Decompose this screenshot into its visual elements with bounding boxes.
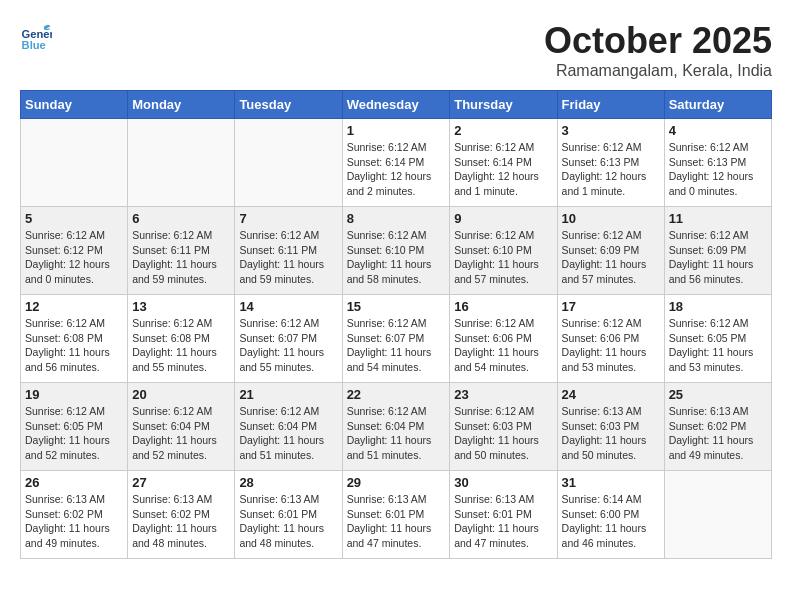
day-info: Sunrise: 6:13 AM Sunset: 6:01 PM Dayligh… xyxy=(347,492,446,551)
calendar-day-cell: 16Sunrise: 6:12 AM Sunset: 6:06 PM Dayli… xyxy=(450,295,557,383)
title-section: October 2025 Ramamangalam, Kerala, India xyxy=(544,20,772,80)
calendar-day-cell: 3Sunrise: 6:12 AM Sunset: 6:13 PM Daylig… xyxy=(557,119,664,207)
day-number: 17 xyxy=(562,299,660,314)
calendar-day-cell: 20Sunrise: 6:12 AM Sunset: 6:04 PM Dayli… xyxy=(128,383,235,471)
calendar-day-cell: 28Sunrise: 6:13 AM Sunset: 6:01 PM Dayli… xyxy=(235,471,342,559)
calendar-day-cell: 5Sunrise: 6:12 AM Sunset: 6:12 PM Daylig… xyxy=(21,207,128,295)
calendar-day-cell: 9Sunrise: 6:12 AM Sunset: 6:10 PM Daylig… xyxy=(450,207,557,295)
day-info: Sunrise: 6:12 AM Sunset: 6:14 PM Dayligh… xyxy=(454,140,552,199)
day-info: Sunrise: 6:12 AM Sunset: 6:07 PM Dayligh… xyxy=(239,316,337,375)
calendar-day-cell: 26Sunrise: 6:13 AM Sunset: 6:02 PM Dayli… xyxy=(21,471,128,559)
logo: General Blue xyxy=(20,20,52,52)
day-info: Sunrise: 6:12 AM Sunset: 6:04 PM Dayligh… xyxy=(132,404,230,463)
calendar-week-row: 19Sunrise: 6:12 AM Sunset: 6:05 PM Dayli… xyxy=(21,383,772,471)
day-info: Sunrise: 6:12 AM Sunset: 6:08 PM Dayligh… xyxy=(132,316,230,375)
month-title: October 2025 xyxy=(544,20,772,62)
day-info: Sunrise: 6:13 AM Sunset: 6:02 PM Dayligh… xyxy=(25,492,123,551)
day-info: Sunrise: 6:12 AM Sunset: 6:05 PM Dayligh… xyxy=(669,316,767,375)
calendar-day-cell: 19Sunrise: 6:12 AM Sunset: 6:05 PM Dayli… xyxy=(21,383,128,471)
day-number: 23 xyxy=(454,387,552,402)
logo-icon: General Blue xyxy=(20,20,52,52)
day-number: 16 xyxy=(454,299,552,314)
svg-text:Blue: Blue xyxy=(22,39,46,51)
day-number: 4 xyxy=(669,123,767,138)
calendar-week-row: 12Sunrise: 6:12 AM Sunset: 6:08 PM Dayli… xyxy=(21,295,772,383)
calendar-day-cell: 24Sunrise: 6:13 AM Sunset: 6:03 PM Dayli… xyxy=(557,383,664,471)
weekday-header: Thursday xyxy=(450,91,557,119)
day-info: Sunrise: 6:13 AM Sunset: 6:01 PM Dayligh… xyxy=(454,492,552,551)
day-number: 14 xyxy=(239,299,337,314)
calendar-day-cell: 2Sunrise: 6:12 AM Sunset: 6:14 PM Daylig… xyxy=(450,119,557,207)
weekday-header: Wednesday xyxy=(342,91,450,119)
calendar-day-cell: 14Sunrise: 6:12 AM Sunset: 6:07 PM Dayli… xyxy=(235,295,342,383)
day-number: 22 xyxy=(347,387,446,402)
calendar-week-row: 5Sunrise: 6:12 AM Sunset: 6:12 PM Daylig… xyxy=(21,207,772,295)
day-info: Sunrise: 6:12 AM Sunset: 6:08 PM Dayligh… xyxy=(25,316,123,375)
day-info: Sunrise: 6:12 AM Sunset: 6:14 PM Dayligh… xyxy=(347,140,446,199)
day-number: 27 xyxy=(132,475,230,490)
calendar-day-cell: 30Sunrise: 6:13 AM Sunset: 6:01 PM Dayli… xyxy=(450,471,557,559)
day-info: Sunrise: 6:13 AM Sunset: 6:02 PM Dayligh… xyxy=(132,492,230,551)
day-number: 9 xyxy=(454,211,552,226)
calendar-day-cell: 23Sunrise: 6:12 AM Sunset: 6:03 PM Dayli… xyxy=(450,383,557,471)
day-info: Sunrise: 6:12 AM Sunset: 6:05 PM Dayligh… xyxy=(25,404,123,463)
day-number: 18 xyxy=(669,299,767,314)
day-info: Sunrise: 6:12 AM Sunset: 6:10 PM Dayligh… xyxy=(347,228,446,287)
day-number: 7 xyxy=(239,211,337,226)
day-number: 8 xyxy=(347,211,446,226)
day-info: Sunrise: 6:13 AM Sunset: 6:03 PM Dayligh… xyxy=(562,404,660,463)
day-info: Sunrise: 6:12 AM Sunset: 6:04 PM Dayligh… xyxy=(239,404,337,463)
weekday-header: Monday xyxy=(128,91,235,119)
calendar-day-cell: 11Sunrise: 6:12 AM Sunset: 6:09 PM Dayli… xyxy=(664,207,771,295)
calendar-week-row: 1Sunrise: 6:12 AM Sunset: 6:14 PM Daylig… xyxy=(21,119,772,207)
calendar-day-cell xyxy=(128,119,235,207)
page-header: General Blue October 2025 Ramamangalam, … xyxy=(20,20,772,80)
calendar-day-cell: 22Sunrise: 6:12 AM Sunset: 6:04 PM Dayli… xyxy=(342,383,450,471)
weekday-header: Tuesday xyxy=(235,91,342,119)
day-info: Sunrise: 6:12 AM Sunset: 6:11 PM Dayligh… xyxy=(132,228,230,287)
calendar-day-cell: 31Sunrise: 6:14 AM Sunset: 6:00 PM Dayli… xyxy=(557,471,664,559)
calendar-day-cell: 29Sunrise: 6:13 AM Sunset: 6:01 PM Dayli… xyxy=(342,471,450,559)
day-number: 21 xyxy=(239,387,337,402)
calendar-day-cell: 1Sunrise: 6:12 AM Sunset: 6:14 PM Daylig… xyxy=(342,119,450,207)
day-number: 19 xyxy=(25,387,123,402)
day-number: 2 xyxy=(454,123,552,138)
day-info: Sunrise: 6:13 AM Sunset: 6:02 PM Dayligh… xyxy=(669,404,767,463)
day-number: 13 xyxy=(132,299,230,314)
day-number: 25 xyxy=(669,387,767,402)
calendar-day-cell: 6Sunrise: 6:12 AM Sunset: 6:11 PM Daylig… xyxy=(128,207,235,295)
calendar-day-cell: 21Sunrise: 6:12 AM Sunset: 6:04 PM Dayli… xyxy=(235,383,342,471)
weekday-header: Friday xyxy=(557,91,664,119)
day-info: Sunrise: 6:12 AM Sunset: 6:09 PM Dayligh… xyxy=(562,228,660,287)
calendar-day-cell: 4Sunrise: 6:12 AM Sunset: 6:13 PM Daylig… xyxy=(664,119,771,207)
weekday-header-row: SundayMondayTuesdayWednesdayThursdayFrid… xyxy=(21,91,772,119)
calendar-day-cell: 12Sunrise: 6:12 AM Sunset: 6:08 PM Dayli… xyxy=(21,295,128,383)
calendar-day-cell xyxy=(21,119,128,207)
day-info: Sunrise: 6:12 AM Sunset: 6:07 PM Dayligh… xyxy=(347,316,446,375)
calendar-day-cell: 7Sunrise: 6:12 AM Sunset: 6:11 PM Daylig… xyxy=(235,207,342,295)
weekday-header: Saturday xyxy=(664,91,771,119)
day-info: Sunrise: 6:12 AM Sunset: 6:12 PM Dayligh… xyxy=(25,228,123,287)
day-number: 3 xyxy=(562,123,660,138)
day-info: Sunrise: 6:12 AM Sunset: 6:03 PM Dayligh… xyxy=(454,404,552,463)
day-number: 29 xyxy=(347,475,446,490)
calendar-week-row: 26Sunrise: 6:13 AM Sunset: 6:02 PM Dayli… xyxy=(21,471,772,559)
day-number: 12 xyxy=(25,299,123,314)
day-number: 24 xyxy=(562,387,660,402)
calendar-day-cell: 8Sunrise: 6:12 AM Sunset: 6:10 PM Daylig… xyxy=(342,207,450,295)
day-info: Sunrise: 6:12 AM Sunset: 6:06 PM Dayligh… xyxy=(454,316,552,375)
day-number: 10 xyxy=(562,211,660,226)
day-info: Sunrise: 6:12 AM Sunset: 6:09 PM Dayligh… xyxy=(669,228,767,287)
day-number: 30 xyxy=(454,475,552,490)
calendar-day-cell: 25Sunrise: 6:13 AM Sunset: 6:02 PM Dayli… xyxy=(664,383,771,471)
day-info: Sunrise: 6:12 AM Sunset: 6:04 PM Dayligh… xyxy=(347,404,446,463)
day-info: Sunrise: 6:12 AM Sunset: 6:11 PM Dayligh… xyxy=(239,228,337,287)
calendar-day-cell: 27Sunrise: 6:13 AM Sunset: 6:02 PM Dayli… xyxy=(128,471,235,559)
calendar-day-cell: 10Sunrise: 6:12 AM Sunset: 6:09 PM Dayli… xyxy=(557,207,664,295)
day-info: Sunrise: 6:14 AM Sunset: 6:00 PM Dayligh… xyxy=(562,492,660,551)
calendar-day-cell xyxy=(664,471,771,559)
day-number: 5 xyxy=(25,211,123,226)
day-number: 15 xyxy=(347,299,446,314)
calendar-day-cell: 15Sunrise: 6:12 AM Sunset: 6:07 PM Dayli… xyxy=(342,295,450,383)
day-number: 6 xyxy=(132,211,230,226)
